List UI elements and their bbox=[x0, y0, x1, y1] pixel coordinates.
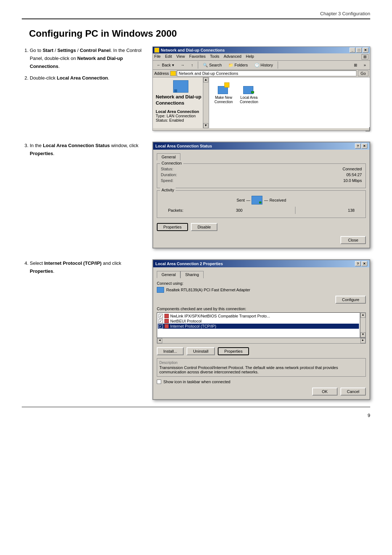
scrollbar-down-arrow[interactable]: ▼ bbox=[203, 123, 208, 128]
menu-view[interactable]: View bbox=[176, 54, 185, 60]
hscroll-left[interactable]: ◄ bbox=[157, 338, 162, 343]
local-area-connection-label: Local Area Connection bbox=[156, 109, 206, 114]
instructions-3: Select Internet Protocol (TCP/IP) and cl… bbox=[22, 259, 145, 400]
step-2: Double-click Local Area Connection. bbox=[30, 74, 142, 82]
network-folder-icon bbox=[173, 80, 188, 93]
hscroll-right[interactable]: ► bbox=[360, 338, 366, 343]
page-number: 9 bbox=[368, 413, 370, 418]
menu-tools[interactable]: Tools bbox=[210, 54, 220, 60]
component3-item[interactable]: ✓ Internet Protocol (TCP/IP) bbox=[158, 324, 359, 329]
local-connection-status-window: Local Area Connection Status ? ✕ General bbox=[152, 142, 370, 248]
dialog2-title: Local Area Connection Status bbox=[155, 144, 212, 148]
folders-button[interactable]: 📁 Folders bbox=[226, 62, 250, 69]
local-area-connection-icon-label: Local Area Connection bbox=[240, 96, 258, 104]
tab3-sharing[interactable]: Sharing bbox=[180, 271, 204, 278]
duration-value: 05:54:27 bbox=[346, 173, 362, 177]
back-button[interactable]: ← Back ▾ bbox=[154, 62, 177, 69]
address-input[interactable]: Network and Dial-up Connections bbox=[177, 70, 356, 76]
menu-favorites[interactable]: Favorites bbox=[189, 54, 205, 60]
section-3: Select Internet Protocol (TCP/IP) and cl… bbox=[22, 259, 370, 400]
history-button[interactable]: 🕐 History bbox=[252, 62, 275, 69]
component3-checkbox[interactable]: ✓ bbox=[159, 324, 163, 328]
maximize-button[interactable]: □ bbox=[356, 48, 362, 53]
component2-item[interactable]: ✓ NetBEUI Protocol bbox=[158, 319, 359, 324]
uninstall-button[interactable]: Uninstall bbox=[187, 347, 215, 355]
tab3-general[interactable]: General bbox=[157, 271, 180, 278]
component2-checkbox[interactable]: ✓ bbox=[159, 319, 163, 323]
component1-item[interactable]: ✓ NwLink IPX/SPX/NetBIOS Compatible Tran… bbox=[158, 313, 359, 319]
dialog3-title: Local Area Connection 2 Properties bbox=[155, 262, 223, 266]
activity-icon-detail bbox=[259, 202, 261, 203]
window1-icon bbox=[154, 48, 159, 53]
cancel-button[interactable]: Cancel bbox=[340, 388, 366, 396]
components-listbox[interactable]: ✓ NwLink IPX/SPX/NetBIOS Compatible Tran… bbox=[157, 312, 360, 338]
listbox-scroll-down[interactable]: ▼ bbox=[360, 332, 366, 337]
dialog2-close-button[interactable]: ✕ bbox=[362, 143, 367, 149]
listbox-scroll-up[interactable]: ▲ bbox=[360, 313, 366, 318]
scrollbar-up-arrow[interactable]: ▲ bbox=[203, 77, 208, 82]
component1-checkbox[interactable]: ✓ bbox=[159, 314, 163, 318]
install-button[interactable]: Install... bbox=[157, 347, 184, 355]
show-icon-checkbox[interactable] bbox=[157, 380, 161, 384]
section-2: In the Local Area Connection Status wind… bbox=[22, 142, 370, 248]
go-button[interactable]: Go bbox=[358, 70, 368, 76]
configure-button[interactable]: Configure bbox=[335, 296, 366, 304]
status-value: Connected bbox=[343, 167, 362, 171]
show-icon-label: Show icon in taskbar when connected bbox=[163, 380, 230, 384]
properties-window: Local Area Connection 2 Properties ? ✕ G… bbox=[152, 259, 370, 400]
minimize-button[interactable]: _ bbox=[350, 48, 355, 53]
dialog3-help-button[interactable]: ? bbox=[355, 261, 361, 266]
step-1: Go to Start / Settings / Control Panel. … bbox=[30, 46, 142, 70]
make-new-connection-label: Make New Connection bbox=[214, 96, 233, 104]
listbox-hscrollbar[interactable]: ◄ ► bbox=[157, 338, 366, 344]
window1-content: Network and Dial-up Connections Local Ar… bbox=[153, 77, 370, 128]
resize-handle[interactable] bbox=[366, 127, 370, 131]
packets-received-value: 138 bbox=[348, 208, 355, 212]
activity-group-label: Activity bbox=[160, 188, 176, 192]
close-button[interactable]: ✕ bbox=[363, 48, 368, 53]
view-button[interactable]: ⊞ bbox=[351, 62, 360, 69]
properties-button[interactable]: Properties bbox=[157, 223, 188, 231]
menu-edit[interactable]: Edit bbox=[165, 54, 172, 60]
up-button[interactable]: ↑ bbox=[189, 62, 196, 68]
instructions-2: In the Local Area Connection Status wind… bbox=[22, 142, 145, 248]
speed-value: 10.0 Mbps bbox=[343, 178, 362, 183]
disable-button[interactable]: Disable bbox=[191, 223, 217, 231]
status-label: Status: bbox=[161, 167, 173, 171]
activity-groupbox: Activity Sent — — Received Packets: bbox=[157, 190, 366, 218]
window1-menubar: File Edit View Favorites Tools Advanced … bbox=[153, 53, 370, 61]
ok-button[interactable]: OK bbox=[312, 388, 338, 396]
sent-label: Sent bbox=[237, 198, 245, 202]
duration-label: Duration: bbox=[161, 173, 177, 177]
chapter-header: Chapter 3 Configuration bbox=[22, 11, 370, 19]
taskbar-area-icon: ⊞ bbox=[362, 54, 368, 60]
dialog2-content: General Connection Status: Connected Dur… bbox=[153, 150, 369, 248]
dialog2-buttons: Properties Disable bbox=[157, 222, 366, 232]
dialog2-titlebar: Local Area Connection Status ? ✕ bbox=[153, 142, 369, 150]
packets-label: Packets: bbox=[168, 208, 183, 212]
window1-controls: _ □ ✕ bbox=[350, 48, 368, 53]
forward-button[interactable]: → bbox=[178, 62, 187, 68]
dialog2-tabs: General bbox=[157, 153, 366, 161]
menu-help[interactable]: Help bbox=[246, 54, 254, 60]
component-properties-button[interactable]: Properties bbox=[218, 347, 249, 355]
screenshot-3: Local Area Connection 2 Properties ? ✕ G… bbox=[152, 259, 370, 400]
local-area-connection-icon[interactable]: Local Area Connection bbox=[238, 81, 260, 106]
listbox-scrollbar[interactable]: ▲ ▼ bbox=[360, 312, 366, 338]
dialog3-close-button[interactable]: ✕ bbox=[362, 261, 367, 266]
connection-group-label: Connection bbox=[160, 161, 183, 165]
menu-advanced[interactable]: Advanced bbox=[224, 54, 241, 60]
make-new-connection-icon[interactable]: Make New Connection bbox=[213, 81, 234, 106]
search-button[interactable]: 🔍 Search bbox=[200, 62, 224, 69]
dialog2-close-row: Close bbox=[157, 236, 366, 244]
screenshot-1: Network and Dial-up Connections _ □ ✕ Fi… bbox=[152, 46, 370, 131]
menu-file[interactable]: File bbox=[154, 54, 161, 60]
dialog2-help-button[interactable]: ? bbox=[355, 143, 361, 149]
left-pane-scrollbar[interactable]: ▲ ▼ bbox=[203, 77, 209, 128]
close-button[interactable]: Close bbox=[340, 236, 366, 244]
more-button[interactable]: » bbox=[361, 62, 368, 68]
dialog3-tabs: General Sharing bbox=[157, 271, 366, 278]
show-icon-row[interactable]: Show icon in taskbar when connected bbox=[157, 380, 366, 384]
tab-general[interactable]: General bbox=[157, 153, 180, 161]
window1-addressbar: Address Network and Dial-up Connections … bbox=[153, 70, 370, 77]
